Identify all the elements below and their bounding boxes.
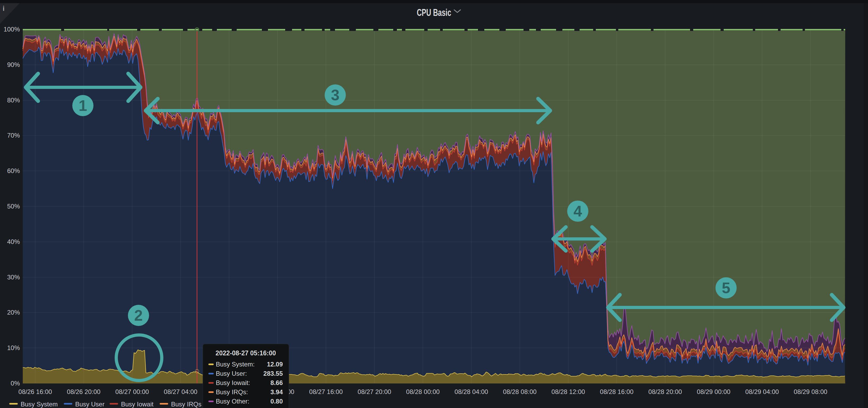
svg-text:i: i [3,4,4,12]
svg-text:70%: 70% [7,132,20,139]
svg-text:Busy IRQs: Busy IRQs [171,401,202,408]
svg-text:80%: 80% [7,97,20,104]
svg-text:08/28 04:00: 08/28 04:00 [455,388,488,395]
svg-text:08/29 00:00: 08/29 00:00 [697,388,731,395]
svg-text:08/28 20:00: 08/28 20:00 [649,388,682,395]
svg-text:08/28 12:00: 08/28 12:00 [552,388,585,395]
svg-text:Busy IRQs:: Busy IRQs: [216,388,248,396]
svg-text:0.80: 0.80 [270,398,283,405]
svg-text:Busy Iowait: Busy Iowait [121,401,154,408]
svg-text:0%: 0% [10,380,20,387]
svg-text:8.66: 8.66 [270,379,283,386]
svg-text:60%: 60% [7,167,20,174]
svg-text:1: 1 [79,97,87,114]
svg-text:Busy System:: Busy System: [216,361,255,368]
svg-text:40%: 40% [7,238,20,245]
svg-text:Busy Iowait:: Busy Iowait: [216,379,250,386]
svg-text:08/27 20:00: 08/27 20:00 [358,388,391,395]
svg-text:2022-08-27 05:16:00: 2022-08-27 05:16:00 [216,349,276,357]
svg-text:30%: 30% [7,274,20,281]
svg-text:08/27 04:00: 08/27 04:00 [164,388,197,395]
svg-text:5: 5 [722,279,730,296]
svg-text:08/26 20:00: 08/26 20:00 [67,388,101,395]
svg-text:08/27 16:00: 08/27 16:00 [309,388,343,395]
svg-text:4: 4 [574,202,582,219]
svg-text:08/28 16:00: 08/28 16:00 [600,388,634,395]
svg-text:08/29 04:00: 08/29 04:00 [745,388,779,395]
svg-text:10%: 10% [7,344,20,351]
svg-text:Busy User: Busy User [75,401,104,408]
svg-text:100%: 100% [4,26,20,33]
svg-text:08/28 08:00: 08/28 08:00 [503,388,537,395]
svg-text:CPU Basic: CPU Basic [417,7,451,18]
svg-text:08/28 00:00: 08/28 00:00 [406,388,440,395]
svg-text:Busy System: Busy System [21,401,58,408]
svg-text:3: 3 [331,86,339,103]
svg-text:Busy User:: Busy User: [216,370,247,377]
svg-text:90%: 90% [7,61,20,68]
svg-text:08/26 16:00: 08/26 16:00 [19,388,52,395]
svg-text:20%: 20% [7,309,20,316]
svg-text:08/29 08:00: 08/29 08:00 [794,388,828,395]
svg-text:Busy Other:: Busy Other: [216,398,249,405]
svg-text:283.55: 283.55 [264,370,283,377]
svg-text:2: 2 [134,307,143,324]
svg-text:08/27 00:00: 08/27 00:00 [116,388,149,395]
svg-text:12.09: 12.09 [267,361,283,368]
svg-text:50%: 50% [7,203,20,210]
svg-text:3.94: 3.94 [270,388,283,396]
